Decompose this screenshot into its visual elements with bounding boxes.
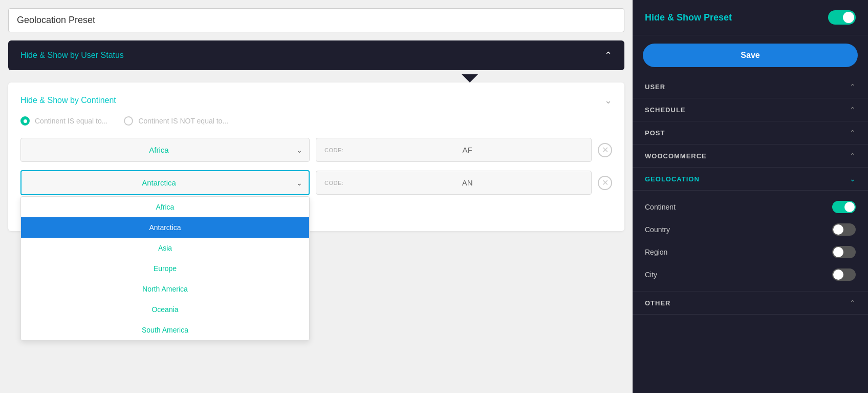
- geo-item-continent: Continent: [645, 196, 856, 218]
- user-status-section-header[interactable]: Hide & Show by User Status ⌃: [8, 40, 624, 70]
- remove-row-1-button[interactable]: ✕: [598, 143, 612, 157]
- continent-label: Hide & Show: [20, 96, 70, 105]
- sidebar-section-woocommerce-chevron: ⌃: [850, 152, 856, 160]
- geo-item-country: Country: [645, 218, 856, 241]
- geo-city-toggle[interactable]: [832, 268, 856, 281]
- code-value-2: AN: [462, 178, 473, 187]
- geo-continent-toggle-knob: [844, 202, 855, 212]
- sidebar-section-post[interactable]: POST ⌃: [633, 121, 868, 144]
- continent-row-2: Antarctica ⌄ Africa Antarctica Asia Euro…: [20, 170, 612, 195]
- radio-is-not-dot: [124, 116, 133, 126]
- continent-code-field-2: CODE: AN: [316, 171, 592, 195]
- radio-is-option[interactable]: Continent IS equal to...: [20, 116, 107, 126]
- triangle-pointer: [462, 74, 478, 82]
- code-label-1: CODE:: [324, 147, 343, 153]
- geo-region-toggle-knob: [833, 247, 843, 257]
- continent-select-wrapper-1: Africa ⌄: [20, 138, 310, 162]
- geo-item-region-label: Region: [645, 248, 667, 256]
- sidebar-section-other[interactable]: OTHER ⌃: [633, 292, 868, 315]
- continent-select-value-2: Antarctica: [142, 178, 176, 187]
- preset-title-input[interactable]: [8, 8, 624, 32]
- user-status-label: Hide & Show: [20, 51, 70, 59]
- sidebar-header: Hide & Show Preset: [633, 0, 868, 35]
- sidebar-title: Hide & Show Preset: [645, 12, 732, 23]
- radio-is-not-label: Continent IS NOT equal to...: [138, 117, 228, 125]
- sidebar-section-post-chevron: ⌃: [850, 129, 856, 137]
- hide-show-preset-toggle[interactable]: [828, 10, 856, 25]
- dropdown-item-south-america[interactable]: South America: [21, 320, 309, 340]
- sidebar-section-user[interactable]: USER ⌃: [633, 75, 868, 98]
- sidebar-section-geolocation[interactable]: GEOLOCATION ⌄: [633, 168, 868, 191]
- continent-title: Hide & Show by Continent: [20, 96, 116, 105]
- save-button[interactable]: Save: [643, 44, 858, 67]
- dropdown-item-antarctica[interactable]: Antarctica: [21, 217, 309, 238]
- user-status-title: Hide & Show by User Status: [20, 51, 124, 60]
- radio-is-label: Continent IS equal to...: [35, 117, 107, 125]
- sidebar-section-user-label: USER: [645, 83, 665, 91]
- sidebar-section-schedule-label: SCHEDULE: [645, 106, 686, 114]
- geo-item-country-label: Country: [645, 225, 670, 234]
- user-status-colored: by User Status: [70, 51, 124, 59]
- continent-dropdown-menu: Africa Antarctica Asia Europe North Amer…: [20, 196, 310, 341]
- code-label-2: CODE:: [324, 180, 343, 186]
- sidebar-section-other-chevron: ⌃: [850, 299, 856, 307]
- sidebar: Hide & Show Preset Save USER ⌃ SCHEDULE …: [633, 0, 868, 393]
- geo-item-continent-label: Continent: [645, 203, 676, 211]
- sidebar-header-colored: Preset: [704, 12, 732, 23]
- geo-item-city-label: City: [645, 271, 657, 279]
- dropdown-item-europe[interactable]: Europe: [21, 258, 309, 279]
- remove-row-2-button[interactable]: ✕: [598, 176, 612, 190]
- continent-chevron-icon[interactable]: ⌄: [604, 95, 612, 106]
- radio-is-not-option[interactable]: Continent IS NOT equal to...: [124, 116, 228, 126]
- continent-select-value-1: Africa: [149, 146, 168, 154]
- continent-code-field-1: CODE: AF: [316, 138, 592, 162]
- sidebar-section-post-label: POST: [645, 129, 665, 137]
- dropdown-item-asia[interactable]: Asia: [21, 238, 309, 258]
- sidebar-section-geolocation-chevron: ⌄: [850, 175, 856, 183]
- continent-colored: by Continent: [70, 96, 116, 105]
- continent-select-2[interactable]: Antarctica: [20, 170, 310, 195]
- code-value-1: AF: [463, 146, 472, 154]
- continent-section-header: Hide & Show by Continent ⌄: [20, 95, 612, 106]
- continent-select-wrapper-2: Antarctica ⌄ Africa Antarctica Asia Euro…: [20, 170, 310, 195]
- geo-continent-toggle[interactable]: [832, 201, 856, 213]
- sidebar-section-woocommerce-label: WOOCOMMERCE: [645, 152, 707, 160]
- dropdown-item-oceania[interactable]: Oceania: [21, 299, 309, 320]
- sidebar-section-user-chevron: ⌃: [850, 82, 856, 91]
- user-status-chevron-icon: ⌃: [604, 50, 612, 61]
- dropdown-item-africa[interactable]: Africa: [21, 197, 309, 217]
- geolocation-sub-items: Continent Country Region City: [633, 191, 868, 292]
- continent-radio-row: Continent IS equal to... Continent IS NO…: [20, 116, 612, 126]
- geo-city-toggle-knob: [833, 270, 843, 280]
- sidebar-section-other-label: OTHER: [645, 299, 671, 307]
- geo-region-toggle[interactable]: [832, 246, 856, 258]
- sidebar-section-schedule-chevron: ⌃: [850, 106, 856, 114]
- continent-row-1: Africa ⌄ CODE: AF ✕: [20, 138, 612, 162]
- continent-section: Hide & Show by Continent ⌄ Continent IS …: [8, 82, 624, 231]
- continent-select-1[interactable]: Africa: [20, 138, 310, 162]
- toggle-knob: [843, 12, 854, 23]
- geo-item-region: Region: [645, 241, 856, 263]
- radio-is-dot: [20, 116, 30, 126]
- sidebar-section-woocommerce[interactable]: WOOCOMMERCE ⌃: [633, 144, 868, 168]
- sidebar-section-schedule[interactable]: SCHEDULE ⌃: [633, 98, 868, 121]
- sidebar-header-label: Hide & Show: [645, 12, 704, 23]
- sidebar-section-geolocation-label: GEOLOCATION: [645, 175, 700, 183]
- geo-country-toggle-knob: [833, 224, 843, 235]
- geo-country-toggle[interactable]: [832, 223, 856, 236]
- geo-item-city: City: [645, 263, 856, 286]
- dropdown-item-north-america[interactable]: North America: [21, 279, 309, 299]
